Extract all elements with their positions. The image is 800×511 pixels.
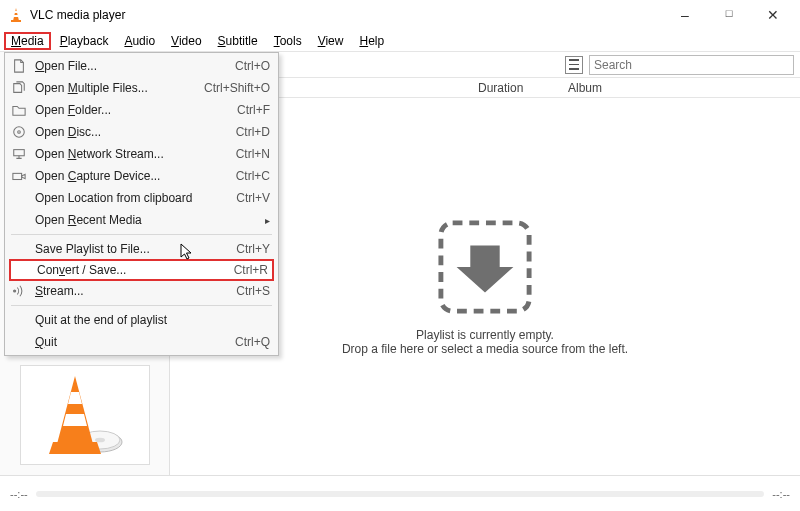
empty-line-2: Drop a file here or select a media sourc…	[342, 342, 628, 356]
menu-subtitle[interactable]: Subtitle	[211, 32, 265, 50]
svg-point-8	[14, 290, 16, 292]
menu-item-label: Open Recent Media	[35, 213, 259, 227]
workspace: Open File...Ctrl+OOpen Multiple Files...…	[0, 52, 800, 475]
menu-item-label: Open Network Stream...	[35, 147, 236, 161]
menu-item-label: Open Location from clipboard	[35, 191, 236, 205]
menu-item-shortcut: Ctrl+S	[236, 284, 270, 298]
time-elapsed: --:--	[10, 488, 28, 500]
blank-icon	[9, 212, 29, 228]
menu-item-shortcut: Ctrl+O	[235, 59, 270, 73]
svg-marker-13	[68, 392, 82, 404]
capture-icon	[9, 168, 29, 184]
menu-item-open-folder[interactable]: Open Folder...Ctrl+F	[5, 99, 278, 121]
window-title: VLC media player	[30, 8, 672, 22]
file-icon	[9, 58, 29, 74]
menubar: MediaPlaybackAudioVideoSubtitleToolsView…	[0, 30, 800, 52]
titlebar: VLC media player – □ ✕	[0, 0, 800, 30]
seek-bar[interactable]	[36, 491, 765, 497]
svg-marker-15	[49, 442, 101, 454]
minimize-button[interactable]: –	[672, 7, 698, 23]
menu-separator	[11, 305, 272, 306]
stream-icon	[9, 283, 29, 299]
submenu-arrow-icon: ▸	[265, 215, 270, 226]
vlc-cone-icon	[35, 370, 135, 460]
menu-item-label: Open File...	[35, 59, 235, 73]
close-button[interactable]: ✕	[760, 7, 786, 23]
disc-icon	[9, 124, 29, 140]
empty-line-1: Playlist is currently empty.	[416, 328, 554, 342]
menu-item-stream[interactable]: Stream...Ctrl+S	[5, 280, 278, 302]
menu-item-shortcut: Ctrl+D	[236, 125, 270, 139]
album-art-placeholder	[20, 365, 150, 465]
blank-icon	[9, 334, 29, 350]
menu-item-open-multiple-files[interactable]: Open Multiple Files...Ctrl+Shift+O	[5, 77, 278, 99]
svg-marker-14	[63, 414, 87, 426]
menu-item-shortcut: Ctrl+Q	[235, 335, 270, 349]
menu-item-shortcut: Ctrl+R	[234, 263, 268, 277]
menu-item-label: Convert / Save...	[37, 263, 234, 277]
svg-rect-3	[11, 20, 21, 22]
svg-rect-1	[15, 11, 18, 13]
folder-icon	[9, 102, 29, 118]
menu-item-label: Open Capture Device...	[35, 169, 236, 183]
menu-audio[interactable]: Audio	[117, 32, 162, 50]
bottom-bar: --:-- --:--	[0, 475, 800, 511]
search-input[interactable]	[589, 55, 794, 75]
blank-icon	[11, 262, 31, 278]
media-dropdown: Open File...Ctrl+OOpen Multiple Files...…	[4, 52, 279, 356]
svg-rect-6	[14, 150, 25, 156]
window-controls: – □ ✕	[672, 7, 786, 23]
vlc-logo-icon	[8, 7, 24, 23]
menu-item-quit[interactable]: QuitCtrl+Q	[5, 331, 278, 353]
maximize-button[interactable]: □	[716, 7, 742, 23]
menu-separator	[11, 234, 272, 235]
menu-video[interactable]: Video	[164, 32, 208, 50]
sidebar: Open File...Ctrl+OOpen Multiple Files...…	[0, 52, 170, 475]
menu-item-label: Save Playlist to File...	[35, 242, 236, 256]
menu-item-open-file[interactable]: Open File...Ctrl+O	[5, 55, 278, 77]
menu-item-open-capture-device[interactable]: Open Capture Device...Ctrl+C	[5, 165, 278, 187]
menu-item-quit-at-the-end-of-playlist[interactable]: Quit at the end of playlist	[5, 309, 278, 331]
svg-marker-12	[57, 376, 93, 444]
view-mode-icon[interactable]	[565, 56, 583, 74]
drop-target-icon	[436, 218, 534, 316]
menu-item-label: Open Multiple Files...	[35, 81, 204, 95]
menu-item-open-location-from-clipboard[interactable]: Open Location from clipboardCtrl+V	[5, 187, 278, 209]
menu-item-shortcut: Ctrl+Shift+O	[204, 81, 270, 95]
menu-item-shortcut: Ctrl+C	[236, 169, 270, 183]
menu-item-open-disc[interactable]: Open Disc...Ctrl+D	[5, 121, 278, 143]
svg-point-11	[95, 438, 105, 443]
menu-item-open-recent-media[interactable]: Open Recent Media▸	[5, 209, 278, 231]
menu-item-shortcut: Ctrl+Y	[236, 242, 270, 256]
svg-marker-0	[13, 8, 19, 21]
menu-item-convert-save[interactable]: Convert / Save...Ctrl+R	[9, 259, 274, 281]
menu-media[interactable]: Media	[4, 32, 51, 50]
menu-playback[interactable]: Playback	[53, 32, 116, 50]
blank-icon	[9, 312, 29, 328]
files-icon	[9, 80, 29, 96]
menu-help[interactable]: Help	[352, 32, 391, 50]
menu-item-save-playlist-to-file[interactable]: Save Playlist to File...Ctrl+Y	[5, 238, 278, 260]
svg-rect-7	[13, 173, 22, 179]
menu-item-label: Stream...	[35, 284, 236, 298]
menu-item-open-network-stream[interactable]: Open Network Stream...Ctrl+N	[5, 143, 278, 165]
menu-item-label: Quit	[35, 335, 235, 349]
svg-rect-2	[14, 15, 19, 17]
menu-view[interactable]: View	[311, 32, 351, 50]
menu-item-shortcut: Ctrl+F	[237, 103, 270, 117]
svg-point-5	[18, 131, 21, 134]
column-duration[interactable]: Duration	[470, 78, 560, 97]
column-album[interactable]: Album	[560, 78, 800, 97]
network-icon	[9, 146, 29, 162]
menu-item-label: Open Disc...	[35, 125, 236, 139]
menu-tools[interactable]: Tools	[267, 32, 309, 50]
menu-item-label: Open Folder...	[35, 103, 237, 117]
time-total: --:--	[772, 488, 790, 500]
svg-point-4	[14, 127, 25, 138]
menu-item-shortcut: Ctrl+V	[236, 191, 270, 205]
menu-item-shortcut: Ctrl+N	[236, 147, 270, 161]
blank-icon	[9, 190, 29, 206]
blank-icon	[9, 241, 29, 257]
menu-item-label: Quit at the end of playlist	[35, 313, 270, 327]
